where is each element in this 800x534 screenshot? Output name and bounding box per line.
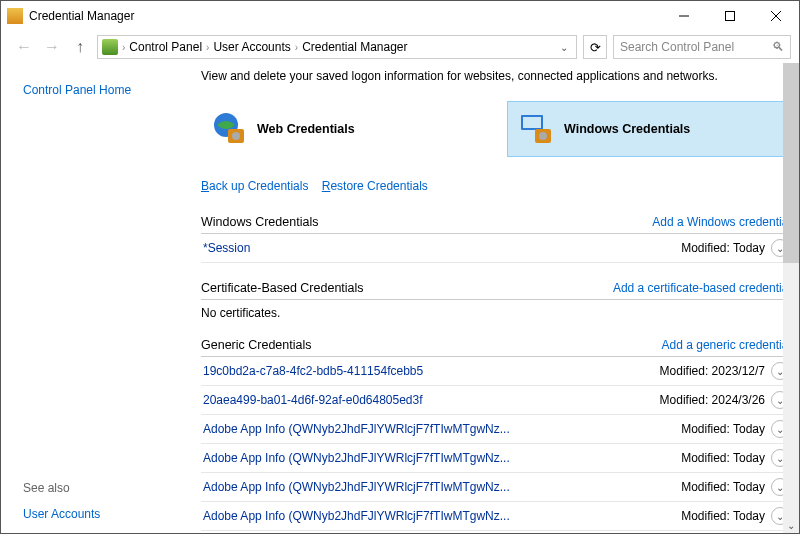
control-panel-home-link[interactable]: Control Panel Home xyxy=(23,83,187,97)
credential-row[interactable]: Adobe App Info (QWNyb2JhdFJlYWRlcjF7fTIw… xyxy=(201,502,791,531)
generic-credentials-section: Generic Credentials Add a generic creden… xyxy=(201,338,791,531)
windows-credentials-tile[interactable]: Windows Credentials xyxy=(507,101,791,157)
search-placeholder: Search Control Panel xyxy=(620,40,734,54)
content-area: Control Panel Home See also User Account… xyxy=(1,63,799,533)
breadcrumb-part[interactable]: User Accounts xyxy=(213,40,290,54)
search-icon: 🔍︎ xyxy=(772,40,784,54)
svg-point-10 xyxy=(539,132,547,140)
globe-vault-icon xyxy=(211,111,247,147)
page-description: View and delete your saved logon informa… xyxy=(201,69,791,83)
up-button[interactable]: ↑ xyxy=(69,38,91,56)
left-pane: Control Panel Home See also User Account… xyxy=(1,63,201,533)
section-title: Windows Credentials xyxy=(201,215,318,229)
svg-rect-8 xyxy=(523,117,541,128)
backup-credentials-link[interactable]: Back up Credentials xyxy=(201,179,308,193)
svg-point-6 xyxy=(232,132,240,140)
credential-name: Adobe App Info (QWNyb2JhdFJlYWRlcjF7fTIw… xyxy=(203,451,510,465)
credential-row[interactable]: 19c0bd2a-c7a8-4fc2-bdb5-411154fcebb5Modi… xyxy=(201,357,791,386)
tile-label: Windows Credentials xyxy=(564,122,690,136)
forward-button[interactable]: → xyxy=(41,38,63,56)
credential-modified: Modified: Today xyxy=(681,422,771,436)
credential-modified: Modified: 2023/12/7 xyxy=(660,364,771,378)
close-button[interactable] xyxy=(753,1,799,31)
chevron-right-icon: › xyxy=(122,42,125,53)
credential-row[interactable]: Adobe App Info (QWNyb2JhdFJlYWRlcjF7fTIw… xyxy=(201,473,791,502)
chevron-right-icon: › xyxy=(295,42,298,53)
title-bar: Credential Manager xyxy=(1,1,799,31)
breadcrumb-part[interactable]: Credential Manager xyxy=(302,40,407,54)
breadcrumb-part[interactable]: Control Panel xyxy=(129,40,202,54)
credential-name: Adobe App Info (QWNyb2JhdFJlYWRlcjF7fTIw… xyxy=(203,422,510,436)
close-icon xyxy=(771,11,781,21)
credential-name: *Session xyxy=(203,241,250,255)
no-certificates-text: No certificates. xyxy=(201,300,791,320)
windows-credentials-section: Windows Credentials Add a Windows creden… xyxy=(201,215,791,263)
credential-row[interactable]: Adobe App Info (QWNyb2JhdFJlYWRlcjF7fTIw… xyxy=(201,444,791,473)
credential-row[interactable]: Adobe App Info (QWNyb2JhdFJlYWRlcjF7fTIw… xyxy=(201,415,791,444)
restore-credentials-link[interactable]: Restore Credentials xyxy=(322,179,428,193)
scrollbar-thumb[interactable] xyxy=(783,63,799,263)
certificate-credentials-section: Certificate-Based Credentials Add a cert… xyxy=(201,281,791,320)
add-windows-credential-link[interactable]: Add a Windows credential xyxy=(652,215,791,229)
see-also-label: See also xyxy=(23,481,187,495)
web-credentials-tile[interactable]: Web Credentials xyxy=(201,101,483,157)
svg-rect-1 xyxy=(726,12,735,21)
refresh-button[interactable]: ⟳ xyxy=(583,35,607,59)
add-certificate-credential-link[interactable]: Add a certificate-based credential xyxy=(613,281,791,295)
nav-bar: ← → ↑ › Control Panel › User Accounts › … xyxy=(1,31,799,63)
section-title: Generic Credentials xyxy=(201,338,311,352)
credential-modified: Modified: Today xyxy=(681,509,771,523)
credential-name: 19c0bd2a-c7a8-4fc2-bdb5-411154fcebb5 xyxy=(203,364,423,378)
minimize-button[interactable] xyxy=(661,1,707,31)
chevron-right-icon: › xyxy=(206,42,209,53)
credential-modified: Modified: 2024/3/26 xyxy=(660,393,771,407)
app-icon xyxy=(7,8,23,24)
add-generic-credential-link[interactable]: Add a generic credential xyxy=(662,338,791,352)
minimize-icon xyxy=(679,11,689,21)
maximize-button[interactable] xyxy=(707,1,753,31)
credential-modified: Modified: Today xyxy=(681,480,771,494)
maximize-icon xyxy=(725,11,735,21)
credential-name: Adobe App Info (QWNyb2JhdFJlYWRlcjF7fTIw… xyxy=(203,480,510,494)
section-title: Certificate-Based Credentials xyxy=(201,281,364,295)
credential-name: Adobe App Info (QWNyb2JhdFJlYWRlcjF7fTIw… xyxy=(203,509,510,523)
refresh-icon: ⟳ xyxy=(590,40,601,55)
credential-name: 20aea499-ba01-4d6f-92af-e0d64805ed3f xyxy=(203,393,423,407)
scrollbar-down-icon[interactable]: ⌄ xyxy=(783,517,799,533)
main-pane: View and delete your saved logon informa… xyxy=(201,63,799,533)
tile-label: Web Credentials xyxy=(257,122,355,136)
search-input[interactable]: Search Control Panel 🔍︎ xyxy=(613,35,791,59)
credential-modified: Modified: Today xyxy=(681,451,771,465)
back-button[interactable]: ← xyxy=(13,38,35,56)
credential-row[interactable]: *Session Modified: Today ⌄ xyxy=(201,234,791,263)
credential-row[interactable]: 20aea499-ba01-4d6f-92af-e0d64805ed3fModi… xyxy=(201,386,791,415)
monitor-vault-icon xyxy=(518,111,554,147)
address-dropdown-icon[interactable]: ⌄ xyxy=(560,42,572,53)
window-title: Credential Manager xyxy=(29,9,134,23)
user-accounts-link[interactable]: User Accounts xyxy=(23,507,187,521)
credential-modified: Modified: Today xyxy=(681,241,771,255)
vertical-scrollbar[interactable]: ⌄ xyxy=(783,63,799,533)
control-panel-icon xyxy=(102,39,118,55)
address-bar[interactable]: › Control Panel › User Accounts › Creden… xyxy=(97,35,577,59)
